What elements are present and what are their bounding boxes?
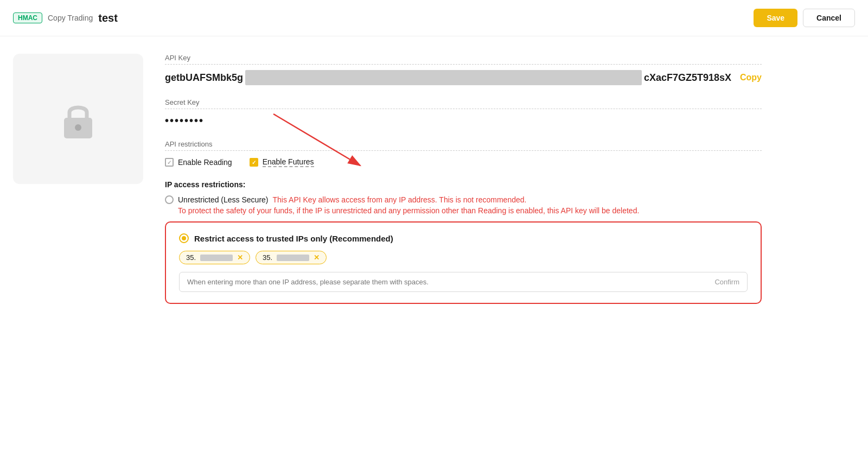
api-key-blur bbox=[245, 70, 642, 85]
form-section: API Key getbUAFSMbk5g cXacF7GZ5T918sX Co… bbox=[165, 54, 762, 304]
trusted-ip-radio[interactable] bbox=[179, 233, 189, 243]
copy-trading-badge: Copy Trading bbox=[48, 14, 93, 22]
api-restrictions-label: API restrictions bbox=[165, 140, 762, 151]
main-content: API Key getbUAFSMbk5g cXacF7GZ5T918sX Co… bbox=[0, 36, 868, 321]
copy-button[interactable]: Copy bbox=[740, 73, 762, 82]
ip-tag-1: 35. ✕ bbox=[179, 251, 250, 264]
api-key-start: getbUAFSMbk5g bbox=[165, 72, 243, 84]
api-restrictions-section: API restrictions ✓ Enable Reading ✓ Enab… bbox=[165, 140, 762, 167]
ip-tag-1-blur bbox=[200, 255, 233, 261]
trusted-ip-title-row: Restrict access to trusted IPs only (Rec… bbox=[179, 233, 748, 243]
unrestricted-title: Unrestricted (Less Secure) bbox=[178, 195, 269, 204]
api-key-group: API Key getbUAFSMbk5g cXacF7GZ5T918sX Co… bbox=[165, 54, 762, 85]
unrestricted-radio[interactable] bbox=[165, 195, 174, 204]
checkmark-reading: ✓ bbox=[167, 160, 171, 166]
ip-tag-1-remove[interactable]: ✕ bbox=[237, 253, 243, 262]
confirm-button[interactable]: Confirm bbox=[714, 278, 739, 286]
enable-futures-item: ✓ Enable Futures bbox=[250, 157, 314, 167]
api-key-end: cXacF7GZ5T918sX bbox=[644, 72, 731, 84]
unrestricted-warning-detail: To protect the safety of your funds, if … bbox=[178, 206, 762, 215]
unrestricted-warning: This API Key allows access from any IP a… bbox=[273, 195, 527, 204]
unrestricted-title-row: Unrestricted (Less Secure) This API Key … bbox=[165, 195, 762, 204]
cancel-button[interactable]: Cancel bbox=[803, 9, 855, 27]
hmac-badge: HMAC bbox=[13, 12, 42, 23]
enable-futures-checkbox[interactable]: ✓ bbox=[250, 158, 258, 167]
secret-key-label: Secret Key bbox=[165, 98, 762, 109]
ip-tag-2-prefix: 35. bbox=[263, 253, 272, 262]
ip-restrictions-label: IP access restrictions: bbox=[165, 180, 762, 189]
ip-tags-row: 35. ✕ 35. ✕ bbox=[179, 251, 748, 264]
lock-icon-box bbox=[13, 54, 143, 184]
checkboxes-row: ✓ Enable Reading ✓ Enable Futures bbox=[165, 157, 762, 167]
enable-futures-label: Enable Futures bbox=[263, 157, 314, 167]
secret-key-group: Secret Key •••••••• bbox=[165, 98, 762, 127]
api-key-label: API Key bbox=[165, 54, 762, 65]
ip-input-row: Confirm bbox=[179, 272, 748, 292]
top-bar: HMAC Copy Trading test Save Cancel bbox=[0, 0, 868, 36]
trusted-ip-box: Restrict access to trusted IPs only (Rec… bbox=[165, 221, 762, 304]
ip-tag-2-remove[interactable]: ✕ bbox=[314, 253, 320, 262]
svg-point-1 bbox=[75, 124, 81, 131]
ip-tag-2: 35. ✕ bbox=[256, 251, 327, 264]
unrestricted-row: Unrestricted (Less Secure) This API Key … bbox=[165, 195, 762, 215]
secret-key-value: •••••••• bbox=[165, 115, 762, 127]
save-button[interactable]: Save bbox=[754, 9, 797, 27]
ip-input[interactable] bbox=[187, 278, 714, 286]
page-title: test bbox=[98, 12, 118, 24]
radio-inner bbox=[182, 236, 186, 240]
lock-icon bbox=[56, 97, 100, 141]
ip-tag-1-prefix: 35. bbox=[186, 253, 196, 262]
trusted-ip-label: Restrict access to trusted IPs only (Rec… bbox=[194, 234, 393, 243]
checkmark-futures: ✓ bbox=[252, 160, 256, 166]
top-bar-actions: Save Cancel bbox=[754, 9, 855, 27]
ip-tag-2-blur bbox=[277, 255, 309, 261]
enable-reading-checkbox[interactable]: ✓ bbox=[165, 158, 174, 167]
enable-reading-label: Enable Reading bbox=[178, 158, 232, 167]
enable-reading-item: ✓ Enable Reading bbox=[165, 158, 232, 167]
ip-restrictions-section: IP access restrictions: Unrestricted (Le… bbox=[165, 180, 762, 304]
api-key-row: getbUAFSMbk5g cXacF7GZ5T918sX Copy bbox=[165, 70, 762, 85]
